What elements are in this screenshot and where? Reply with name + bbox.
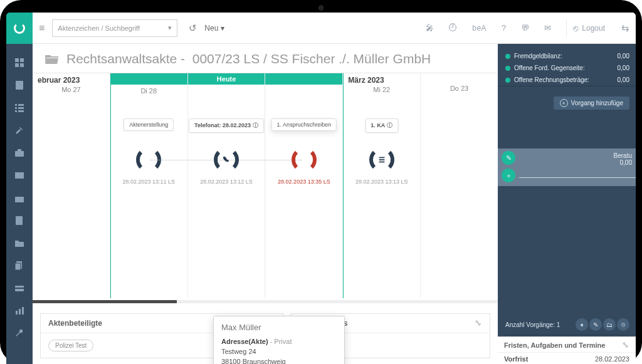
folder-open-icon	[45, 53, 59, 65]
timeline-event-chip[interactable]: Telefonat: 28.02.2023ⓘ	[189, 118, 264, 133]
add-vorgang-label: Vorgang hinzufüge	[571, 100, 623, 107]
case-title-bar: Rechtsanwaltsakte - 0007/23 LS / SS Fisc…	[33, 44, 498, 73]
timeline-event-timestamp: 28.02.2023 13:12 LS	[200, 179, 253, 185]
svg-rect-6	[18, 104, 24, 106]
wrench-icon[interactable]: 🔧︎	[622, 341, 629, 350]
timeline-column: ebruar 2023 Mo 27	[33, 73, 110, 298]
balance-label: Fremdgeldbilanz:	[514, 53, 562, 60]
left-nav-rail	[6, 13, 33, 364]
gavel-icon[interactable]	[13, 125, 26, 135]
vorgang-count-label: Anzahl Vorgänge: 1	[505, 321, 560, 328]
add-vorgang-button[interactable]: +Vorgang hinzufüge	[498, 86, 636, 110]
sliders-icon[interactable]: ⇆	[616, 23, 629, 34]
timeline-scroll-thumb[interactable]	[33, 300, 177, 303]
logout-label: Logout	[582, 24, 605, 33]
new-dropdown[interactable]: Neu▾	[204, 24, 224, 33]
popover-address-line: 38100 Braunschweig	[221, 357, 337, 364]
svg-rect-8	[18, 107, 24, 109]
balance-row: Offene Ford. Gegenseite: 0,00	[505, 62, 629, 74]
balance-row: Offene Rechnungsbeträge: 0,00	[505, 74, 629, 86]
microphone-icon[interactable]: 🎤︎	[422, 23, 438, 33]
vorgang-amount: 0,00	[614, 159, 632, 166]
chat-icon[interactable]: 💬︎	[517, 23, 533, 33]
balance-list: Fremdgeldbilanz: 0,00 Offene Ford. Gegen…	[498, 44, 636, 86]
vorgang-footer: Anzahl Vorgänge: 1 ➧ ✎ 🗂︎ ⦸	[505, 318, 629, 335]
day-label: Mo 27	[38, 86, 105, 93]
svg-rect-5	[15, 104, 17, 106]
timeline-event-marker[interactable]	[369, 147, 394, 172]
timeline-column: 1. Anspruchschreiben 28.02.2023 13:35 LS	[265, 73, 343, 298]
card-icon[interactable]	[13, 283, 26, 293]
timeline-event-chip[interactable]: Aktenerstellung	[124, 118, 174, 131]
edit-vorgang-button[interactable]: ✎	[502, 151, 515, 165]
contacts-icon[interactable]	[13, 216, 26, 226]
timeline-event-chip[interactable]: 1. KAⓘ	[365, 118, 398, 133]
documents-icon[interactable]	[13, 261, 26, 271]
timeline-event-chip[interactable]: 1. Anspruchschreiben	[271, 118, 337, 131]
status-dot-icon	[505, 78, 510, 83]
timeline: Heute ebruar 2023 Mo 27 Di 28 Aktenerste…	[33, 73, 498, 298]
svg-rect-22	[19, 309, 21, 315]
balance-label: Offene Rechnungsbeträge:	[514, 76, 589, 83]
help-icon[interactable]: ?	[498, 23, 510, 33]
mail-icon[interactable]	[13, 170, 26, 180]
timeline-event-marker[interactable]	[214, 147, 239, 172]
chevron-down-icon: ▾	[168, 24, 172, 32]
svg-rect-11	[15, 151, 24, 157]
list-icon[interactable]	[13, 103, 26, 113]
chevron-down-icon: ▾	[221, 24, 224, 33]
wrench-icon[interactable]	[13, 328, 26, 338]
day-label: Do 23	[426, 85, 493, 92]
topbar: ≡ Aktenzeichen / Suchbegriff ▾ ↺ Neu▾ 🎤︎…	[33, 13, 636, 44]
logout-button[interactable]: ⎋Logout	[566, 19, 609, 37]
calendar-icon[interactable]	[13, 193, 26, 203]
svg-rect-7	[15, 107, 17, 109]
popover-address-label: Adresse(Akte)	[221, 338, 268, 345]
grid-icon[interactable]	[13, 58, 26, 68]
card-title: Fristen, Aufgaben und Termine	[504, 341, 605, 349]
bea-button[interactable]: beA	[468, 24, 490, 33]
svg-rect-24	[379, 157, 384, 159]
participant-chip[interactable]: Polizei Test	[48, 340, 93, 351]
svg-rect-12	[18, 149, 21, 151]
svg-rect-16	[16, 216, 23, 225]
right-panel: Fremdgeldbilanz: 0,00 Offene Ford. Gegen…	[498, 44, 636, 364]
timeline-event-timestamp: 28.02.2023 13:13 LS	[355, 179, 408, 185]
folder-icon[interactable]	[13, 238, 26, 248]
clock-icon[interactable]: 🕘︎	[445, 23, 461, 33]
hide-button[interactable]: ⦸	[617, 318, 629, 331]
search-combobox[interactable]: Aktenzeichen / Suchbegriff ▾	[52, 19, 177, 37]
undo-icon[interactable]: ↺	[189, 23, 197, 34]
archive-button[interactable]: 🗂︎	[603, 318, 616, 331]
svg-rect-20	[15, 288, 24, 289]
deadline-label: Vorfrist	[504, 355, 528, 363]
svg-rect-25	[379, 159, 384, 160]
goto-button[interactable]: ➧	[576, 318, 588, 331]
deadline-date: 28.02.2023	[595, 355, 629, 363]
book-icon[interactable]	[13, 80, 26, 90]
logout-icon: ⎋	[573, 23, 578, 33]
popover-address-line: Testweg 24	[221, 347, 337, 357]
search-placeholder: Aktenzeichen / Suchbegriff	[58, 24, 140, 32]
contact-popover: Max Müller Adresse(Akte) - Privat Testwe…	[213, 316, 345, 364]
vorgang-name: Beratu	[614, 152, 632, 159]
svg-rect-1	[20, 58, 24, 62]
chart-icon[interactable]	[13, 306, 26, 316]
app-logo[interactable]	[6, 13, 33, 44]
status-dot-icon	[505, 66, 510, 71]
edit-button[interactable]: ✎	[589, 318, 602, 331]
vorgang-detail-row[interactable]: ✎ ＋ Beratu0,00	[498, 148, 636, 186]
svg-rect-18	[15, 263, 21, 270]
menu-toggle-icon[interactable]: ≡	[39, 23, 45, 34]
page-title: Rechtsanwaltsakte - 0007/23 LS / SS Fisc…	[66, 51, 431, 66]
add-sub-vorgang-button[interactable]: ＋	[502, 169, 515, 182]
timeline-event-marker[interactable]	[292, 147, 317, 172]
svg-rect-23	[22, 307, 24, 315]
wrench-icon[interactable]: 🔧︎	[475, 319, 482, 328]
timeline-column: Telefonat: 28.02.2023ⓘ 28.02.2023 13:12 …	[188, 73, 266, 298]
popover-address-kind: - Privat	[268, 338, 292, 345]
timeline-event-timestamp: 28.02.2023 13:11 LS	[122, 179, 175, 185]
slider-track[interactable]	[519, 177, 636, 178]
envelope-icon[interactable]: ✉︎	[540, 23, 555, 33]
suitcase-icon[interactable]	[13, 148, 26, 158]
